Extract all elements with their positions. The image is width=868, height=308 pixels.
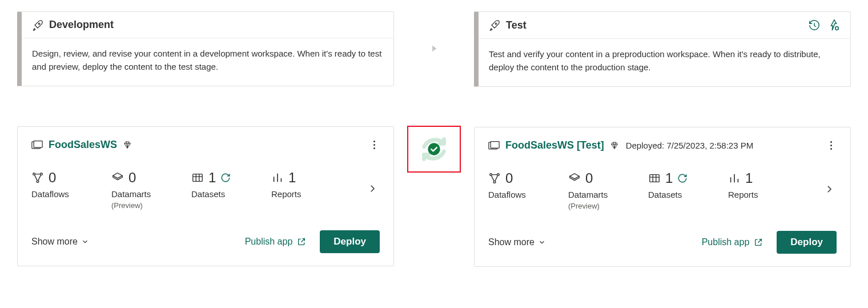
premium-diamond-icon <box>123 141 132 150</box>
premium-diamond-icon <box>610 141 619 150</box>
svg-rect-6 <box>193 174 203 182</box>
datasets-icon <box>648 172 661 185</box>
metric-count: 0 <box>585 170 593 186</box>
svg-point-14 <box>493 181 496 183</box>
svg-point-0 <box>38 23 40 25</box>
svg-rect-2 <box>34 141 42 147</box>
datamarts-icon <box>111 171 124 184</box>
svg-point-3 <box>33 173 35 175</box>
deployment-settings-icon[interactable] <box>827 19 840 31</box>
svg-point-5 <box>37 181 39 183</box>
stage-card-test: Test Test and verify your content in a p… <box>474 11 851 87</box>
deployment-history-icon[interactable] <box>808 19 821 31</box>
workspace-card-dev: FoodSalesWS 0 Dataflows <box>17 126 394 266</box>
metrics-row: 0 Dataflows 0 Datamarts (Preview) <box>31 170 380 210</box>
datamarts-icon <box>568 172 581 185</box>
metric-reports: 1 Reports <box>728 170 785 199</box>
svg-point-12 <box>490 174 492 176</box>
svg-point-13 <box>497 174 500 176</box>
stage-header: Development <box>22 12 393 38</box>
stage-card-development: Development Design, review, and revise y… <box>17 11 394 86</box>
workspace-name-link[interactable]: FoodSalesWS [Test] <box>505 139 604 151</box>
stage-description: Design, review, and revise your content … <box>22 38 393 86</box>
metric-dataflows: 0 Dataflows <box>31 170 89 199</box>
reports-icon <box>271 171 284 184</box>
refresh-icon[interactable] <box>220 173 231 183</box>
pipeline-stages: Development Design, review, and revise y… <box>17 11 851 267</box>
metric-reports: 1 Reports <box>271 170 328 199</box>
more-options-button[interactable] <box>825 139 837 152</box>
metric-count: 1 <box>665 170 673 186</box>
stage-column-development: Development Design, review, and revise y… <box>17 11 394 266</box>
svg-point-9 <box>835 27 839 30</box>
svg-point-7 <box>428 143 440 155</box>
metric-count: 1 <box>288 170 296 186</box>
metric-count: 0 <box>49 170 56 186</box>
metric-datasets: 1 Datasets <box>648 170 705 199</box>
deploy-button[interactable]: Deploy <box>777 231 837 254</box>
metric-count: 1 <box>745 170 753 186</box>
chevron-down-icon <box>538 238 546 246</box>
deployed-timestamp: Deployed: 7/25/2023, 2:58:23 PM <box>626 141 754 150</box>
dataflows-icon <box>31 171 44 184</box>
datasets-icon <box>191 171 204 184</box>
show-more-toggle[interactable]: Show more <box>488 237 546 247</box>
external-link-icon <box>754 238 763 247</box>
svg-point-4 <box>41 173 43 175</box>
metric-dataflows: 0 Dataflows <box>488 170 545 199</box>
chevron-down-icon <box>81 238 89 246</box>
metrics-scroll-right[interactable] <box>365 181 380 198</box>
metric-count: 0 <box>505 170 513 186</box>
workspace-name-link[interactable]: FoodSalesWS <box>49 139 117 151</box>
metric-datasets: 1 Datasets <box>191 170 248 199</box>
rocket-icon <box>489 19 500 31</box>
rocket-icon <box>32 19 43 31</box>
deploy-button[interactable]: Deploy <box>320 230 380 253</box>
stage-header: Test <box>479 12 850 39</box>
publish-app-link[interactable]: Publish app <box>702 237 763 247</box>
more-options-button[interactable] <box>368 138 380 151</box>
refresh-icon[interactable] <box>677 173 688 183</box>
workspace-icon <box>488 141 500 151</box>
external-link-icon <box>297 237 306 246</box>
metrics-scroll-right[interactable] <box>822 182 837 199</box>
workspace-icon <box>31 140 43 150</box>
metric-datamarts: 0 Datamarts (Preview) <box>568 170 625 210</box>
metric-count: 1 <box>208 170 216 186</box>
stage-title: Test <box>506 19 527 31</box>
stage-arrow-icon <box>429 43 439 54</box>
svg-rect-15 <box>650 175 660 182</box>
reports-icon <box>728 172 741 185</box>
publish-app-link[interactable]: Publish app <box>245 237 307 247</box>
metrics-row: 0 Dataflows 0 Datamarts (Preview) <box>488 170 837 210</box>
stage-gap <box>394 11 474 173</box>
stage-title: Development <box>49 19 114 31</box>
metric-count: 0 <box>128 170 136 186</box>
show-more-toggle[interactable]: Show more <box>31 237 89 247</box>
svg-point-8 <box>495 23 497 25</box>
stage-description: Test and verify your content in a prepro… <box>479 39 850 86</box>
dataflows-icon <box>488 172 501 185</box>
compare-status-synced[interactable] <box>407 126 461 173</box>
metric-datamarts: 0 Datamarts (Preview) <box>111 170 168 210</box>
svg-rect-11 <box>491 141 499 148</box>
workspace-card-test: FoodSalesWS [Test] Deployed: 7/25/2023, … <box>474 127 851 267</box>
stage-column-test: Test Test and verify your content in a p… <box>474 11 851 267</box>
